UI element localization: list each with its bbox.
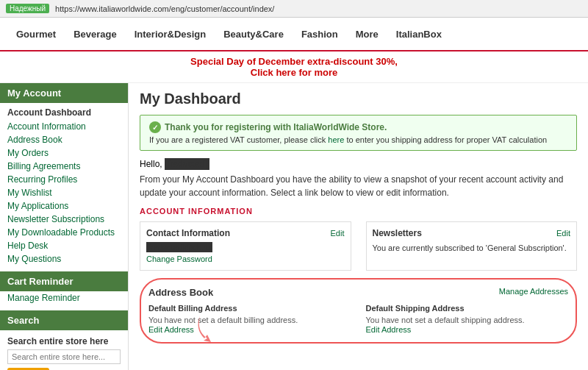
- hello-name: [redacted]: [165, 158, 209, 170]
- sidebar-help-desk[interactable]: Help Desk: [0, 239, 128, 252]
- nav-fashion[interactable]: Fashion: [293, 18, 347, 50]
- billing-address-col: Default Billing Address You have not set…: [148, 304, 351, 335]
- sidebar: My Account Account Dashboard Account Inf…: [0, 83, 129, 370]
- sidebar-billing-agreements[interactable]: Billing Agreements: [0, 160, 128, 173]
- contact-info-title: Contact Information: [146, 228, 230, 238]
- nav-beauty-care[interactable]: Beauty&Care: [215, 18, 293, 50]
- browser-bar: Надежный https://www.italiaworldwide.com…: [0, 0, 588, 18]
- success-title: ✓ Thank you for registering with ItaliaW…: [149, 121, 567, 133]
- nav-gourmet[interactable]: Gourmet: [7, 18, 65, 50]
- banner-link[interactable]: Special Day of December extra-discount 3…: [190, 56, 398, 78]
- dashboard-description: From your My Account Dashboard you have …: [140, 173, 577, 199]
- arrow-annotation: [193, 313, 229, 346]
- vat-link[interactable]: here: [328, 135, 344, 144]
- shipping-address-col: Default Shipping Address You have not se…: [366, 304, 569, 335]
- newsletters-header: Newsletters Edit: [373, 228, 571, 238]
- newsletters-col: Newsletters Edit You are currently subsc…: [366, 221, 578, 271]
- success-body: If you are a registered VAT customer, pl…: [149, 135, 567, 144]
- top-nav: Gourmet Beverage Interior&Design Beauty&…: [0, 18, 588, 51]
- nav-more[interactable]: More: [347, 18, 387, 50]
- main-layout: My Account Account Dashboard Account Inf…: [0, 83, 588, 370]
- sidebar-my-questions[interactable]: My Questions: [0, 252, 128, 266]
- address-book-section: Address Book Manage Addresses Default Bi…: [140, 278, 577, 344]
- account-dashboard-label: Account Dashboard: [0, 103, 128, 120]
- sidebar-recurring-profiles[interactable]: Recurring Profiles: [0, 173, 128, 186]
- sidebar-downloadable-products[interactable]: My Downloadable Products: [0, 226, 128, 239]
- contact-edit-link[interactable]: Edit: [331, 229, 345, 238]
- page-title: My Dashboard: [140, 90, 577, 107]
- info-columns: Contact Information Edit [redacted]@ck.r…: [140, 221, 577, 271]
- contact-email: [redacted]@ck.ru: [146, 242, 212, 252]
- sidebar-my-orders[interactable]: My Orders: [0, 146, 128, 160]
- sidebar-newsletter-subscriptions[interactable]: Newsletter Subscriptions: [0, 213, 128, 226]
- billing-address-text: You have not set a default billing addre…: [148, 316, 351, 324]
- search-label: Search entire store here: [0, 333, 128, 348]
- success-box: ✓ Thank you for registering with ItaliaW…: [140, 115, 577, 151]
- cart-reminder-title: Cart Reminder: [0, 271, 128, 291]
- hello-section: Hello, [redacted] From your My Account D…: [140, 158, 577, 199]
- nav-italianbox[interactable]: ItalianBox: [387, 18, 451, 50]
- security-badge: Надежный: [6, 4, 49, 13]
- account-info-header: ACCOUNT INFORMATION: [140, 207, 577, 216]
- content-area: My Dashboard ✓ Thank you for registering…: [129, 83, 588, 370]
- sidebar-manage-reminder[interactable]: Manage Reminder: [0, 291, 128, 305]
- search-input[interactable]: [7, 349, 121, 364]
- hello-prefix: Hello,: [140, 159, 162, 169]
- manage-addresses-link[interactable]: Manage Addresses: [499, 287, 568, 296]
- search-title: Search: [0, 310, 128, 330]
- billing-address-title: Default Billing Address: [148, 304, 351, 313]
- shipping-address-text: You have not set a default shipping addr…: [366, 316, 569, 324]
- shipping-address-title: Default Shipping Address: [366, 304, 569, 313]
- banner: Special Day of December extra-discount 3…: [0, 51, 588, 83]
- shipping-edit-address-link[interactable]: Edit Address: [366, 325, 412, 334]
- sidebar-account-info[interactable]: Account Information: [0, 120, 128, 133]
- sidebar-address-book[interactable]: Address Book: [0, 133, 128, 146]
- sidebar-my-wishlist[interactable]: My Wishlist: [0, 186, 128, 199]
- newsletters-status: You are currently subscribed to 'General…: [373, 242, 571, 255]
- nav-beverage[interactable]: Beverage: [65, 18, 126, 50]
- sidebar-my-applications[interactable]: My Applications: [0, 199, 128, 213]
- my-account-title: My Account: [0, 83, 128, 103]
- newsletters-edit-link[interactable]: Edit: [556, 229, 570, 238]
- search-section: Search entire store here Search Advanced…: [0, 333, 128, 370]
- nav-interior-design[interactable]: Interior&Design: [126, 18, 215, 50]
- newsletters-title: Newsletters: [373, 228, 422, 238]
- check-icon: ✓: [149, 121, 161, 133]
- account-info-section: ACCOUNT INFORMATION Contact Information …: [140, 207, 577, 271]
- billing-edit-address-link[interactable]: Edit Address: [148, 325, 194, 334]
- url-bar: https://www.italiaworldwide.com/eng/cust…: [55, 4, 274, 13]
- contact-info-col: Contact Information Edit [redacted]@ck.r…: [140, 221, 351, 271]
- change-password-link[interactable]: Change Password: [146, 255, 212, 263]
- contact-info-header: Contact Information Edit: [146, 228, 345, 238]
